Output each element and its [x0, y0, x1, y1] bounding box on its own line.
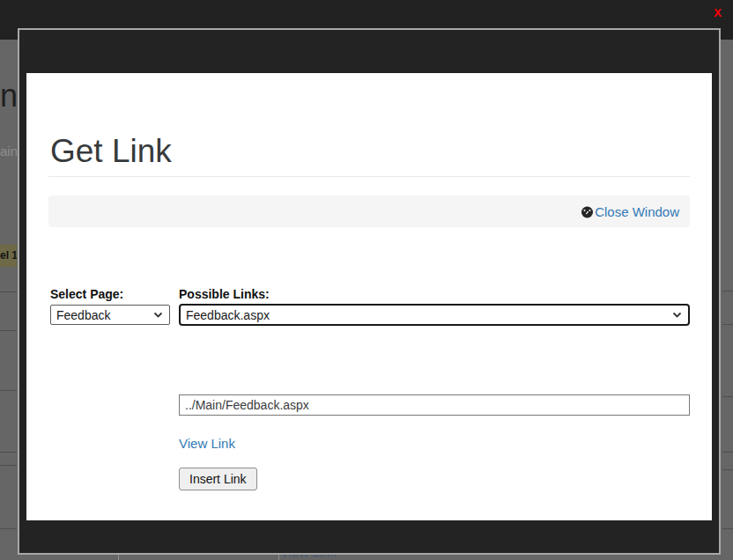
select-page-label: Select Page:: [50, 287, 123, 301]
select-page-dropdown[interactable]: Feedback: [50, 305, 170, 325]
background-cell-border: [118, 555, 119, 560]
background-table-row-line: [722, 469, 733, 470]
close-window-link[interactable]: Close Window: [581, 204, 679, 219]
background-table-row-line: [0, 390, 17, 391]
background-table-row-line: [722, 396, 733, 397]
insert-link-button[interactable]: Insert Link: [179, 468, 257, 490]
chevron-down-icon: [672, 312, 682, 318]
background-table-row-line: [0, 465, 17, 466]
background-view-link-fragment: View Link: [280, 555, 351, 560]
background-menu-heading-fragment: nu: [0, 77, 17, 116]
background-table-row-line: [0, 330, 17, 331]
dashboard-icon: [581, 205, 594, 218]
get-link-modal: Get Link Close Window Select Page: Possi…: [18, 28, 721, 555]
background-level-tab-fragment: el 1: [0, 245, 17, 267]
background-table-row-line: [0, 452, 17, 453]
title-divider: [48, 176, 690, 177]
background-table-row-line: [722, 452, 733, 453]
background-table-row-line: [0, 291, 17, 292]
close-window-label: Close Window: [595, 204, 679, 219]
background-table-row-line: [722, 528, 733, 529]
possible-links-value: Feedback.aspx: [186, 308, 270, 322]
get-link-panel: Get Link Close Window Select Page: Possi…: [26, 73, 712, 520]
background-table-row-line: [722, 324, 733, 325]
page-title: Get Link: [50, 134, 172, 170]
background-table-row-line: [0, 528, 17, 529]
possible-links-dropdown[interactable]: Feedback.aspx: [179, 304, 690, 326]
background-table-row-line: [722, 291, 733, 291]
background-main-text-fragment: ain: [0, 144, 17, 161]
possible-links-label: Possible Links:: [179, 287, 270, 301]
close-x-button[interactable]: X: [714, 7, 722, 18]
link-path-input[interactable]: [179, 394, 690, 416]
view-link[interactable]: View Link: [179, 436, 235, 451]
select-page-value: Feedback: [56, 308, 110, 322]
background-cell-border: [278, 555, 279, 560]
chevron-down-icon: [153, 312, 163, 318]
close-window-bar: Close Window: [48, 195, 690, 227]
